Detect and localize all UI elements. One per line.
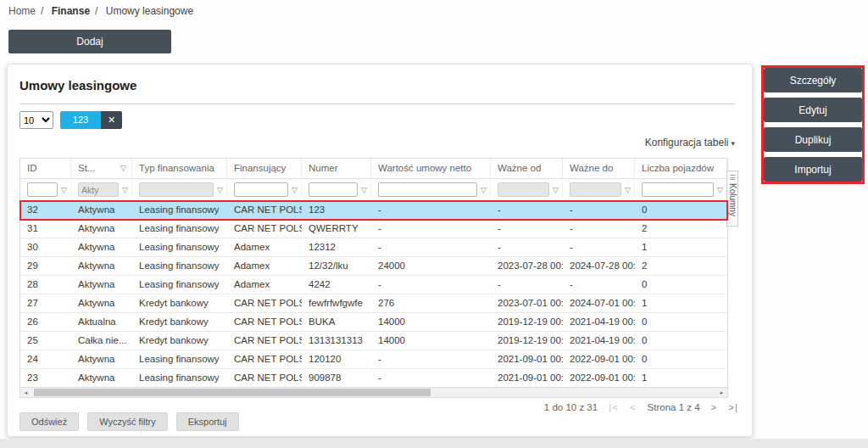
scroll-right-icon[interactable]: ► <box>716 390 727 395</box>
filter-input[interactable] <box>570 182 621 197</box>
pager-first-icon[interactable]: |< <box>609 402 619 412</box>
table-cell: - <box>563 201 635 219</box>
table-config-menu[interactable]: Konfiguracja tabeli▾ <box>645 137 735 148</box>
table-cell: Leasing finansowy <box>132 201 227 219</box>
table-cell: - <box>371 238 491 256</box>
scroll-left-icon[interactable]: ◄ <box>20 390 31 395</box>
table-cell: CAR NET POLSK... <box>227 294 302 312</box>
table-cell: 2021-04-19 00:... <box>563 313 635 331</box>
filter-icon[interactable]: ▽ <box>717 186 723 194</box>
table-cell: 14000 <box>371 332 491 350</box>
filter-cell: ▽ <box>71 182 132 197</box>
filter-icon[interactable]: ▽ <box>61 186 67 194</box>
table-cell: 4242 <box>302 276 371 294</box>
filter-icon[interactable]: ▽ <box>292 186 298 194</box>
grid-body: 32AktywnaLeasing finansowyCAR NET POLSK.… <box>20 201 727 388</box>
filter-input[interactable] <box>139 182 214 197</box>
table-row[interactable]: 31AktywnaLeasing finansowyCAR NET POLSK.… <box>20 220 727 238</box>
column-header[interactable]: ID <box>20 159 71 178</box>
filter-cell: ▽ <box>132 182 227 197</box>
filter-cell: ▽ <box>563 182 635 197</box>
column-header[interactable]: Typ finansowania <box>132 159 227 178</box>
add-button[interactable]: Dodaj <box>8 30 171 53</box>
table-cell: Aktywna <box>71 220 132 238</box>
page: Home/ Finanse/ Umowy leasingowe Dodaj Um… <box>0 0 868 448</box>
table-cell: Aktywna <box>71 369 132 387</box>
edit-button[interactable]: Edytuj <box>764 98 862 122</box>
table-row[interactable]: 30AktywnaLeasing finansowyAdamex12312---… <box>20 238 727 257</box>
table-cell: 1 <box>635 369 727 387</box>
grip-icon: ☰ <box>729 174 737 182</box>
filter-icon[interactable]: ▽ <box>553 186 559 194</box>
table-cell: - <box>371 276 491 294</box>
table-cell: 2 <box>635 220 727 238</box>
filter-input[interactable] <box>309 182 358 197</box>
column-header[interactable]: Ważne do <box>563 159 635 178</box>
column-header[interactable]: Numer <box>302 159 371 178</box>
filter-input[interactable] <box>378 182 477 197</box>
pager-last-icon[interactable]: >| <box>728 402 738 412</box>
filter-cell: ▽ <box>635 182 727 197</box>
filter-icon[interactable]: ▽ <box>120 159 126 178</box>
details-button[interactable]: Szczegóły <box>764 68 862 92</box>
horizontal-scrollbar[interactable]: ◄ ► <box>19 387 728 398</box>
filter-input[interactable] <box>642 182 714 197</box>
filter-input[interactable] <box>78 182 119 197</box>
filter-icon[interactable]: ▽ <box>217 186 223 194</box>
filter-input[interactable] <box>27 182 58 197</box>
breadcrumb-finanse[interactable]: Finanse <box>52 5 90 17</box>
filter-icon[interactable]: ▽ <box>122 186 128 194</box>
table-row[interactable]: 27AktywnaKredyt bankowyCAR NET POLSK...f… <box>20 294 727 313</box>
selected-table-row[interactable]: 32AktywnaLeasing finansowyCAR NET POLSK.… <box>20 201 727 220</box>
table-cell: Leasing finansowy <box>132 220 227 238</box>
table-cell: Leasing finansowy <box>132 257 227 275</box>
footer-buttons: Odśwież Wyczyść filtry Eksportuj <box>19 412 239 431</box>
table-row[interactable]: 28AktywnaLeasing finansowyAdamex4242---0 <box>20 276 727 294</box>
table-cell: Kredyt bankowy <box>132 313 227 331</box>
table-row[interactable]: 24AktywnaLeasing finansowyCAR NET POLSK.… <box>20 350 727 369</box>
pagination-page: Strona 1 z 4 <box>648 402 700 412</box>
table-cell: 2019-12-19 00:... <box>491 313 563 331</box>
table-cell: Leasing finansowy <box>132 350 227 368</box>
leasing-contracts-panel: Umowy leasingowe 10 123 ✕ Konfiguracja t… <box>7 64 753 437</box>
refresh-button[interactable]: Odśwież <box>19 412 79 431</box>
horizontal-scrollbar-thumb[interactable] <box>34 389 431 396</box>
column-header[interactable]: Finansujący <box>227 159 302 178</box>
column-header[interactable]: Wartość umowy netto <box>371 159 491 178</box>
column-header[interactable]: St...▽ <box>71 159 132 178</box>
table-cell: - <box>371 201 491 219</box>
table-row[interactable]: 26AktualnaKredyt bankowyCAR NET POLSK...… <box>20 313 727 332</box>
pagination: 1 do 10 z 31 |< < Strona 1 z 4 > >| <box>544 402 738 412</box>
filter-input[interactable] <box>498 182 549 197</box>
import-button[interactable]: Importuj <box>764 157 862 182</box>
page-size-select[interactable]: 10 <box>19 111 53 129</box>
filter-input[interactable] <box>234 182 288 197</box>
table-cell: 14000 <box>371 313 491 331</box>
pager-next-icon[interactable]: > <box>711 402 718 412</box>
table-cell: 12/32/lku <box>302 257 371 275</box>
table-cell: Kredyt bankowy <box>132 294 227 312</box>
filter-icon[interactable]: ▽ <box>625 186 631 194</box>
clear-filters-button[interactable]: Wyczyść filtry <box>87 412 168 431</box>
pager-prev-icon[interactable]: < <box>630 402 637 412</box>
close-icon[interactable]: ✕ <box>101 111 122 129</box>
filter-icon[interactable]: ▽ <box>361 186 367 194</box>
table-row[interactable]: 29AktywnaLeasing finansowyAdamex12/32/lk… <box>20 257 727 276</box>
duplicate-button[interactable]: Duplikuj <box>764 127 862 152</box>
table-cell: Adamex <box>227 276 302 294</box>
table-cell: CAR NET POLSK... <box>227 201 302 219</box>
table-row[interactable]: 25Całka nie...Kredyt bankowyCAR NET POLS… <box>20 332 727 350</box>
breadcrumb-home[interactable]: Home <box>8 5 36 17</box>
export-button[interactable]: Eksportuj <box>176 412 239 431</box>
table-cell: 0 <box>635 201 727 219</box>
table-cell: Aktywna <box>71 238 132 256</box>
table-row[interactable]: 23AktywnaLeasing finansowyCAR NET POLSK.… <box>20 369 727 388</box>
breadcrumb: Home/ Finanse/ Umowy leasingowe <box>8 5 198 17</box>
table-cell: Leasing finansowy <box>132 369 227 387</box>
columns-tab[interactable]: ☰ Kolumny <box>726 171 738 227</box>
filter-icon[interactable]: ▽ <box>481 186 487 194</box>
grid-header-row: IDSt...▽Typ finansowaniaFinansującyNumer… <box>20 159 727 179</box>
column-header[interactable]: Liczba pojazdów <box>635 159 727 178</box>
column-header[interactable]: Ważne od <box>491 159 563 178</box>
table-cell: Kredyt bankowy <box>132 332 227 350</box>
